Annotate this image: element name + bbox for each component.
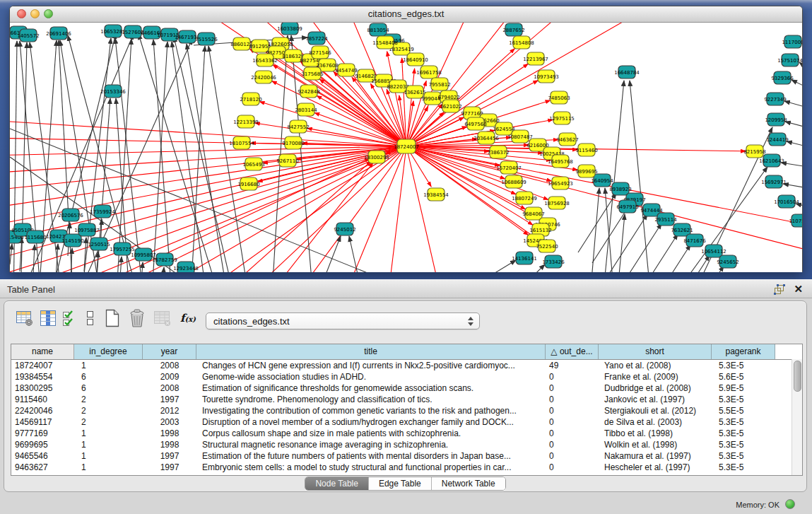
column-header-pagerank[interactable]: pagerank: [712, 344, 775, 359]
delete-column-button[interactable]: [124, 308, 150, 329]
graph-node-label: 9463627: [556, 137, 578, 143]
float-panel-icon[interactable]: [774, 284, 785, 295]
graph-node-label: 12213967: [523, 57, 548, 62]
network-view-window: citations_edges.txt 16639801405572206914…: [9, 6, 803, 272]
cell-name: 9777169: [11, 428, 74, 439]
function-builder-button[interactable]: f(x): [175, 308, 201, 329]
graph-edge-red: [194, 161, 371, 272]
graph-node-label: 9245652: [717, 259, 739, 265]
delete-table-button[interactable]: [150, 308, 175, 329]
select-column-button[interactable]: [37, 308, 59, 329]
network-window-titlebar[interactable]: citations_edges.txt: [10, 6, 802, 23]
cell-short: Dudbridge et al. (2008): [599, 382, 712, 394]
table-row[interactable]: 2242004622012Investigating the contribut…: [11, 405, 802, 416]
table-row[interactable]: 1830029562008Estimation of significance …: [11, 382, 802, 394]
graph-node-label: 9245012: [334, 227, 355, 233]
graph-node-label: 1117000: [782, 40, 802, 45]
table-row[interactable]: 969969511998Structural magnetic resonanc…: [11, 439, 802, 450]
tab-network-table[interactable]: Network Table: [432, 477, 505, 490]
cell-out_degree: 0: [546, 371, 599, 382]
table-options-button[interactable]: [13, 308, 37, 329]
graph-node-label: 18107554: [229, 141, 254, 146]
new-column-button[interactable]: [100, 308, 124, 329]
graph-node-label: 1362615: [404, 90, 425, 95]
selected-table-name: citations_edges.txt: [213, 316, 290, 327]
graph-node-label: 6497568: [464, 122, 486, 127]
table-row[interactable]: 977716911998Corpus callosum shape and si…: [11, 428, 802, 439]
graph-node-label: 9329366: [771, 76, 794, 81]
graph-edge-black: [476, 260, 516, 272]
graph-node-label: 16154808: [509, 40, 534, 46]
close-button[interactable]: [17, 9, 26, 18]
minimize-button[interactable]: [30, 9, 40, 18]
graph-edge-black: [785, 122, 802, 129]
network-graph[interactable]: 1663980140557220691406106532871527602646…: [10, 23, 802, 272]
graph-node-label: 8215958: [743, 149, 765, 155]
table-row[interactable]: 911546021997Tourette syndrome. Phenomeno…: [11, 394, 802, 405]
cell-title: Corpus callosum shape and size in male p…: [196, 428, 546, 439]
graph-node-label: 9170080: [282, 141, 304, 146]
graph-node-label: 1209958: [765, 117, 787, 123]
graph-node-label: 8471676: [683, 238, 706, 244]
merge-cells-button[interactable]: [81, 308, 100, 329]
graph-edge-red: [406, 146, 802, 263]
status-bar: Memory: OK: [0, 495, 812, 514]
cell-name: 14569117: [11, 416, 74, 428]
graph-node-label: 8271546: [309, 50, 331, 56]
cell-title: Changes of HCN gene expression and I(f) …: [196, 360, 546, 371]
cell-short: Hescheler et al. (1997): [599, 462, 712, 473]
graph-node-label: 9267110: [276, 158, 298, 164]
delete-table-icon: [153, 310, 172, 327]
column-header-title[interactable]: title: [196, 344, 546, 359]
column-header-name[interactable]: name: [11, 344, 74, 359]
graph-node-label: 1615132: [529, 228, 551, 233]
column-header-in_degree[interactable]: in_degree: [74, 344, 143, 359]
cell-pagerank: 5.3E-5: [712, 428, 775, 439]
scrollbar-thumb[interactable]: [794, 361, 801, 392]
network-table-selector[interactable]: citations_edges.txt: [206, 313, 480, 329]
table-tabs-bar: Node TableEdge TableNetwork Table: [4, 477, 806, 491]
close-panel-icon[interactable]: ✕: [794, 283, 803, 296]
cell-year: 2008: [143, 360, 196, 371]
graph-node-label: 16210643: [759, 158, 784, 164]
column-header-out_degree[interactable]: △ out_de...: [546, 344, 599, 359]
cell-title: Genome-wide association studies in ADHD.: [196, 371, 546, 382]
table-row[interactable]: 946362711997Embryonic stem cells: a mode…: [11, 462, 802, 473]
vertical-scrollbar[interactable]: [792, 359, 802, 475]
table-row[interactable]: 1456911722003Disruption of a novel membe…: [11, 416, 802, 428]
column-header-short[interactable]: short: [599, 344, 712, 359]
table-row[interactable]: 1938455462009Genome-wide association stu…: [11, 371, 802, 382]
column-header-year[interactable]: year: [143, 344, 196, 359]
graph-edge-black: [792, 80, 802, 90]
network-desktop-area: citations_edges.txt 16639801405572206914…: [0, 0, 812, 279]
graph-node-label: 19384554: [423, 192, 449, 198]
function-builder-icon: f(x): [180, 312, 196, 325]
graph-node-label: 1250515: [88, 242, 110, 247]
cell-name: 18300295: [11, 382, 74, 394]
graph-edge-black: [141, 262, 143, 272]
graph-node-label: 1107533: [789, 218, 802, 224]
column-checklist-button[interactable]: [59, 308, 81, 329]
tab-edge-table[interactable]: Edge Table: [369, 477, 432, 490]
table-row[interactable]: 1872400712008Changes of HCN gene express…: [11, 360, 802, 371]
graph-node-label: 12975115: [549, 116, 575, 122]
graph-node-label: 7955812: [428, 82, 450, 88]
graph-node-label: 8454749: [335, 68, 357, 74]
zoom-button[interactable]: [44, 9, 53, 18]
graph-edge-black: [609, 214, 647, 272]
graph-node-label: 6794022: [437, 95, 459, 100]
cell-in_degree: 1: [74, 428, 143, 439]
tab-node-table[interactable]: Node Table: [305, 477, 369, 490]
graph-node-label: 7485063: [548, 95, 570, 101]
graph-node-label: 10654112: [701, 249, 726, 255]
network-canvas[interactable]: 1663980140557220691406106532871527602646…: [10, 23, 802, 272]
cell-name: 18724007: [11, 360, 74, 371]
graph-node-label: 12923448: [173, 266, 199, 271]
node-table: namein_degreeyeartitle△ out_de...shortpa…: [11, 344, 803, 476]
table-panel-titlebar[interactable]: Table Panel ✕: [0, 279, 812, 298]
table-header-row: namein_degreeyeartitle△ out_de...shortpa…: [11, 344, 802, 360]
table-body: 1872400712008Changes of HCN gene express…: [11, 360, 802, 473]
graph-node-label: 1916680: [237, 182, 259, 187]
table-row[interactable]: 946554611997Estimation of the future num…: [11, 450, 802, 462]
graph-node-label: 1640954: [591, 178, 613, 184]
